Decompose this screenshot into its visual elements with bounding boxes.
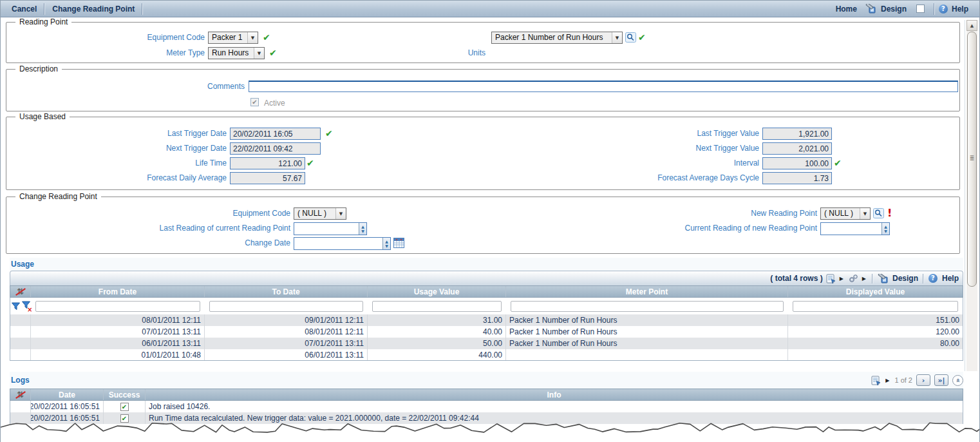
home-button[interactable]: Home (830, 5, 863, 14)
sort-column-header[interactable]: ⇅ (10, 389, 31, 400)
spinner-buttons[interactable]: ▲▼ (359, 223, 366, 235)
new-reading-point-select[interactable]: ( NULL ) ▼ (820, 207, 871, 220)
log-row[interactable]: 20/02/2011 16:05:51 ✔ Job raised 10426. (10, 401, 963, 412)
app-window: Cancel Change Reading Point Home Design … (0, 0, 980, 442)
usage-row[interactable]: 08/01/2011 12:11 09/01/2011 12:11 31.00 … (10, 314, 963, 326)
column-header-success[interactable]: Success (104, 389, 146, 400)
meter-type-select[interactable]: Run Hours ▼ (208, 47, 265, 59)
cell-displayed-value: 80.00 (788, 338, 963, 349)
spin-down-icon: ▼ (385, 244, 388, 248)
comments-label: Comments (6, 82, 245, 91)
cell-usage-value: 50.00 (368, 338, 506, 349)
change-date-label: Change Date (6, 238, 290, 247)
dropdown-button[interactable]: ▼ (247, 32, 258, 43)
scroll-up-button[interactable]: ▲ (966, 20, 977, 31)
forecast-daily-average-field: 57.67 (230, 172, 305, 184)
dropdown-button[interactable]: ▼ (860, 208, 870, 219)
dropdown-button[interactable]: ▼ (335, 208, 346, 219)
log-row[interactable]: 20/02/2011 16:05:51 ✔ Run Time data reca… (10, 412, 963, 424)
comments-input[interactable] (249, 81, 958, 92)
column-header-meter-point[interactable]: Meter Point (506, 286, 788, 297)
next-trigger-date-label: Next Trigger Date (6, 144, 227, 153)
toolbar-separator (142, 3, 143, 15)
cancel-button[interactable]: Cancel (6, 5, 42, 14)
filter-usage-value-input[interactable] (372, 301, 502, 312)
usage-help-button[interactable]: Help (942, 274, 959, 283)
design-checkbox[interactable] (916, 5, 925, 13)
usage-grid-header: ⇅ From Date To Date Usage Value Meter Po… (10, 285, 963, 298)
active-checkbox[interactable]: ✔ (250, 98, 259, 106)
change-reading-point-section: Change Reading Point Equipment Code ( NU… (6, 197, 960, 254)
design-button[interactable]: Design (880, 5, 912, 14)
cell-log-date: 20/02/2011 16:05:51 (31, 401, 104, 412)
sort-column-header[interactable]: ⇅ (10, 286, 31, 297)
calendar-icon[interactable] (393, 238, 404, 248)
chevron-down-icon: ▼ (616, 35, 619, 41)
apply-filter-icon[interactable] (12, 302, 20, 311)
column-header-from-date[interactable]: From Date (31, 286, 205, 297)
current-reading-label: Current Reading of new Reading Point (522, 224, 817, 233)
last-page-button[interactable]: »| (934, 374, 948, 386)
new-reading-point-label: New Reading Point (522, 209, 817, 218)
column-header-usage-value[interactable]: Usage Value (368, 286, 506, 297)
export-icon[interactable] (826, 274, 836, 283)
meter-point-select[interactable]: Packer 1 Number of Run Hours ▼ (491, 32, 623, 44)
scrollbar-thumb[interactable]: ≡ ≡ (967, 32, 977, 287)
lookup-icon[interactable] (873, 208, 884, 218)
cell-usage-value: 440.00 (368, 349, 506, 360)
collapse-chevrons-icon: » (954, 378, 962, 382)
usage-design-button[interactable]: Design (892, 274, 918, 283)
spinner-buttons[interactable]: ▲▼ (881, 223, 889, 235)
next-page-button[interactable]: › (916, 374, 930, 386)
current-reading-value (821, 223, 881, 235)
help-button[interactable]: Help (952, 5, 974, 14)
filter-meter-point-input[interactable] (511, 301, 784, 312)
toolbar-separator (872, 274, 873, 283)
usage-grid: Usage ( total 4 rows ) ▶ ▶ Design ? (10, 258, 963, 361)
toolbar-separator (934, 3, 935, 15)
usage-row[interactable]: 01/01/2011 10:48 06/01/2011 13:11 440.00 (10, 349, 963, 361)
export-icon[interactable] (871, 376, 881, 385)
usage-total-rows: ( total 4 rows ) (770, 274, 822, 283)
settings-gears-icon[interactable] (848, 274, 859, 283)
dropdown-button[interactable]: ▼ (254, 48, 264, 59)
change-date-input[interactable]: ▲▼ (294, 237, 391, 250)
menu-arrow-icon[interactable]: ▶ (885, 378, 889, 383)
last-trigger-value-label: Last Trigger Value (464, 129, 759, 138)
current-reading-input[interactable]: ▲▼ (820, 222, 890, 235)
usage-row[interactable]: 07/01/2011 13:11 08/01/2011 12:11 40.00 … (10, 326, 963, 338)
filter-displayed-value-input[interactable] (793, 301, 958, 312)
column-header-to-date[interactable]: To Date (205, 286, 368, 297)
meter-point-value: Packer 1 Number of Run Hours (492, 32, 612, 43)
design-icon (865, 4, 877, 14)
menu-arrow-icon[interactable]: ▶ (862, 276, 866, 282)
cell-displayed-value: 151.00 (788, 314, 963, 326)
column-header-date[interactable]: Date (31, 389, 104, 400)
logs-grid-title-row: Logs ▶ 1 of 2 › »| » (10, 372, 963, 389)
column-header-displayed-value[interactable]: Displayed Value (788, 286, 963, 297)
cell-meter-point: Packer 1 Number of Run Hours (506, 326, 788, 338)
last-reading-label: Last Reading of current Reading Point (6, 224, 290, 233)
design-icon (878, 274, 889, 283)
spinner-buttons[interactable]: ▲▼ (382, 238, 390, 249)
menu-arrow-icon[interactable]: ▶ (840, 276, 843, 282)
collapse-button[interactable]: » (952, 375, 963, 386)
last-reading-input[interactable]: ▲▼ (294, 222, 367, 235)
lookup-icon[interactable] (625, 32, 636, 43)
vertical-scrollbar[interactable]: ▲ ≡ ≡ (966, 20, 977, 371)
filter-to-date-input[interactable] (209, 301, 363, 312)
crp-equipment-code-select[interactable]: ( NULL ) ▼ (294, 207, 346, 220)
cell-log-date: 20/02/2011 16:05:51 (31, 412, 104, 424)
cell-displayed-value: 120.00 (788, 326, 963, 338)
filter-from-date-input[interactable] (35, 301, 200, 312)
spin-up-icon: ▲ (884, 224, 887, 229)
cell-from-date: 08/01/2011 12:11 (31, 314, 205, 326)
sort-disabled-icon: ⇅ (17, 287, 24, 296)
usage-row[interactable]: 06/01/2011 13:11 07/01/2011 13:11 50.00 … (10, 338, 963, 349)
life-time-field: 121.00 (230, 157, 305, 169)
interval-label: Interval (464, 159, 759, 168)
equipment-code-select[interactable]: Packer 1 ▼ (208, 32, 258, 44)
equipment-code-value: Packer 1 (209, 32, 247, 43)
dropdown-button[interactable]: ▼ (612, 32, 622, 43)
column-header-info[interactable]: Info (146, 389, 963, 400)
